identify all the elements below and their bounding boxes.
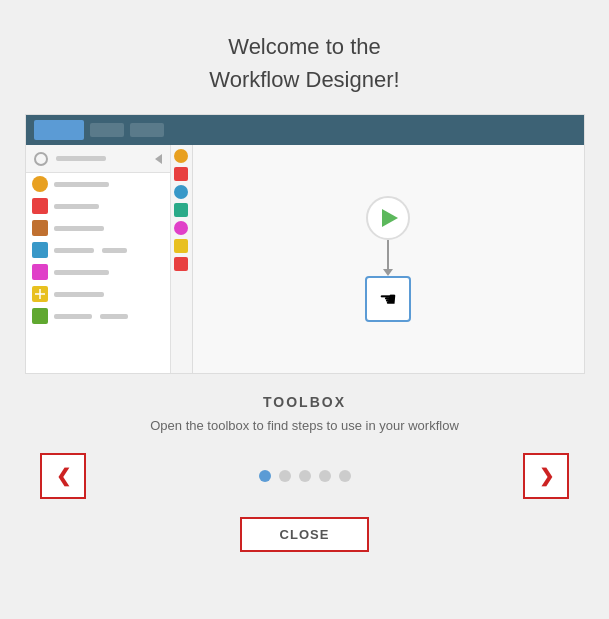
section-label: TOOLBOX	[263, 394, 346, 410]
close-button[interactable]: CLOSE	[240, 517, 370, 552]
prev-button[interactable]: ❮	[40, 453, 86, 499]
section-description: Open the toolbox to find steps to use in…	[150, 418, 459, 433]
list-item	[26, 283, 170, 305]
item-label	[54, 182, 109, 187]
mini-icon-5	[174, 221, 188, 235]
preview-image: ☚	[25, 114, 585, 374]
item-icon	[32, 264, 48, 280]
item-label	[54, 226, 104, 231]
preview-sidebar	[26, 145, 171, 373]
list-item	[26, 305, 170, 327]
item-icon	[32, 220, 48, 236]
item-icon	[32, 308, 48, 324]
item-label	[54, 292, 104, 297]
search-icon	[34, 152, 48, 166]
item-icon	[32, 242, 48, 258]
item-label-2	[102, 248, 127, 253]
dot-2	[279, 470, 291, 482]
item-label	[54, 248, 94, 253]
item-label	[54, 270, 109, 275]
item-icon	[32, 198, 48, 214]
active-tab	[34, 120, 84, 140]
modal-container: Welcome to the Workflow Designer!	[0, 0, 609, 619]
mini-icon-4	[174, 203, 188, 217]
mini-icon-1	[174, 149, 188, 163]
navigation-row: ❮ ❯	[20, 453, 589, 499]
item-icon	[32, 176, 48, 192]
preview-content-area: ☚	[26, 145, 584, 373]
list-item	[26, 217, 170, 239]
mini-icon-7	[174, 257, 188, 271]
start-node	[366, 196, 410, 240]
mini-icon-3	[171, 182, 191, 202]
dot-5	[339, 470, 351, 482]
title-line1: Welcome to the	[228, 34, 380, 59]
item-label	[54, 314, 92, 319]
list-item	[26, 261, 170, 283]
dot-4	[319, 470, 331, 482]
hand-icon: ☚	[379, 287, 397, 311]
dot-3	[299, 470, 311, 482]
search-placeholder	[56, 156, 106, 161]
next-button[interactable]: ❯	[523, 453, 569, 499]
play-icon	[382, 209, 398, 227]
workflow-canvas: ☚	[193, 145, 584, 373]
chevron-icon	[155, 154, 162, 164]
list-item	[26, 239, 170, 261]
list-item	[26, 173, 170, 195]
sidebar-search-bar	[26, 145, 170, 173]
preview-toolbar	[26, 115, 584, 145]
dot-1	[259, 470, 271, 482]
mini-icon-6	[174, 239, 188, 253]
inactive-tab-2	[130, 123, 164, 137]
modal-title: Welcome to the Workflow Designer!	[209, 30, 399, 96]
item-label	[54, 204, 99, 209]
item-icon	[32, 286, 48, 302]
title-line2: Workflow Designer!	[209, 67, 399, 92]
inactive-tab-1	[90, 123, 124, 137]
connector-line	[387, 240, 389, 270]
mini-icon-2	[174, 167, 188, 181]
item-label-2	[100, 314, 128, 319]
pagination-dots	[259, 470, 351, 482]
mini-icon-column	[171, 145, 193, 373]
list-item	[26, 195, 170, 217]
step-node: ☚	[365, 276, 411, 322]
